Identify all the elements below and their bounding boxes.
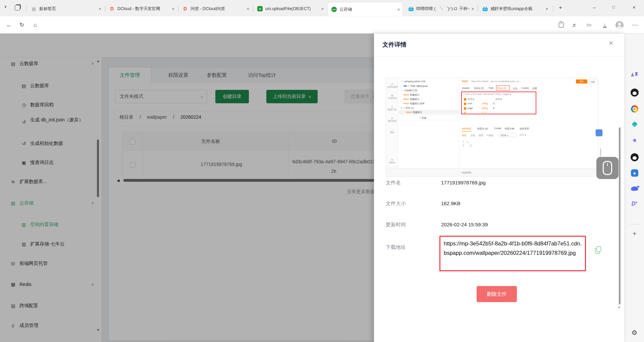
refresh-icon[interactable]: ↻ — [17, 16, 27, 34]
preview-resp-tab: 实际请求﹢ — [520, 127, 531, 130]
d-star-icon[interactable]: D✚ — [631, 201, 637, 207]
preview-tool: 可视化 — [487, 134, 494, 137]
extensions-puzzle-icon[interactable] — [556, 16, 566, 34]
field-label-time: 更新时间 — [386, 222, 406, 228]
bilibili-icon — [482, 6, 488, 11]
preview-rail-label: ⊟回收站 — [387, 159, 397, 164]
media-hub-icon[interactable]: ♬ — [570, 16, 580, 34]
back-icon[interactable]: ← — [4, 16, 14, 34]
tab-title: 咸虾米壁纸uniapp全栈 — [490, 6, 543, 12]
preview-req-tab: Cookie — [522, 87, 529, 89]
close-icon[interactable]: × — [397, 7, 400, 12]
github-icon[interactable] — [631, 153, 639, 161]
browser-tabbar: ∨ ▤ 新标签页 × D DCloud - 数字天堂官网 × D 问答 - DC… — [0, 0, 644, 16]
preview-resp-tab: 响应头 (9) — [477, 127, 488, 130]
tab-stack-icon[interactable] — [15, 5, 20, 10]
gear-icon[interactable]: ⚙ — [632, 329, 638, 337]
mouse-indicator-overlay — [596, 157, 619, 179]
close-icon[interactable]: × — [321, 6, 324, 11]
field-label-url: 下载地址 — [386, 244, 406, 250]
colorful-ring-icon[interactable] — [631, 105, 638, 113]
close-icon[interactable]: × — [99, 6, 101, 11]
close-icon[interactable]: × — [471, 6, 474, 11]
browser-tab-ask[interactable]: D 问答 - DCloud问答 × — [179, 2, 252, 15]
preview-rail-label: ⚏数据字典 — [387, 106, 397, 111]
close-icon[interactable]: × — [545, 6, 548, 11]
tab-title: 新标签页 — [39, 6, 97, 12]
collections-icon[interactable]: ☆≡ — [584, 16, 594, 34]
preview-req-tab: 设置 — [532, 87, 537, 90]
preview-param-row: ✓string — [464, 111, 487, 114]
preview-tree-row: POST新建接口 — [404, 93, 419, 97]
preview-param-header: ✓参数名参数值 — [464, 98, 502, 101]
preview-param-row: ✓numstring5 — [464, 102, 495, 105]
browser-tab-uploadfile[interactable]: u uni.uploadFile(OBJECT) × — [254, 2, 326, 15]
new-tab-button[interactable]: + — [559, 4, 562, 11]
whale-icon[interactable] — [631, 184, 638, 191]
preview-tool: 美化 — [462, 134, 467, 137]
close-icon[interactable]: × — [609, 39, 613, 48]
preview-tree-row: POST新建接口 副本 — [404, 102, 425, 105]
gem-icon[interactable] — [632, 122, 637, 126]
tab-title: 问答 - DCloud问答 — [191, 6, 245, 12]
field-label-name: 文件名 — [386, 180, 401, 186]
tab-search-chevron-icon[interactable]: ∨ — [4, 4, 7, 9]
downloads-icon[interactable]: ↓ — [600, 16, 610, 34]
delete-file-button[interactable]: 删除文件 — [477, 286, 517, 302]
window-close-button[interactable]: × — [633, 4, 636, 10]
window-maximize-button[interactable]: □ — [612, 5, 615, 9]
drawer-scrollbar[interactable] — [619, 127, 621, 304]
tab-title: uni.uploadFile(OBJECT) — [265, 6, 319, 11]
chess-icon[interactable]: ♟♜ — [630, 72, 639, 78]
preview-tree-row: POST新建接口 — [404, 98, 419, 101]
browser-tab-cloudstorage-active[interactable]: uni 云存储 × — [328, 2, 402, 16]
field-label-size: 文件大小 — [386, 201, 406, 207]
field-value-name: 1771919978769.jpg — [441, 180, 486, 185]
tab-title: DCloud - 数字天堂官网 — [117, 6, 170, 12]
browser-menu-icon[interactable]: ⋯ — [630, 16, 640, 34]
github-icon[interactable] — [631, 89, 639, 97]
cube-icon[interactable]: ◆ — [631, 169, 638, 177]
preview-req-tab: 认证 — [513, 87, 518, 90]
preview-tree-row-selected: POST新建接口 — [406, 111, 422, 114]
tab-title: 哔哩哔哩 ( ゜- ゜)つロ 干杯~ — [416, 6, 469, 12]
delete-file-label: 删除文件 — [487, 291, 507, 297]
profile-avatar[interactable] — [614, 16, 625, 34]
preview-send-button: 发送 — [576, 79, 587, 83]
preview-req-tab: Path — [489, 87, 493, 89]
preview-req-tab: Query (2) — [474, 87, 484, 89]
plus-icon[interactable]: + — [633, 230, 637, 238]
close-icon[interactable]: × — [247, 6, 249, 11]
browser-tab-bilibili[interactable]: 哔哩哔哩 ( ゜- ゜)つロ 干杯~ × — [405, 2, 477, 15]
translate-bubble-icon[interactable] — [596, 129, 602, 136]
browser-tab-wallpaper[interactable]: 咸虾米壁纸uniapp全栈 × — [479, 2, 551, 15]
preview-tool: 预览 — [479, 134, 483, 137]
preview-code-line: 2 {} — [463, 144, 472, 147]
dcloud-icon: D — [109, 6, 115, 11]
preview-json-select: JSON ∨ — [499, 133, 516, 137]
download-url-box: https://mp-3e542b5f-8a2b-4f1b-b0f6-8d84f… — [439, 236, 586, 271]
field-value-size: 162.9KB — [441, 201, 461, 206]
home-icon[interactable]: ⌂ — [30, 16, 40, 34]
preview-body-modes: none ● form-data urlencoded binary msgpa… — [465, 93, 511, 95]
copy-icon[interactable] — [595, 248, 600, 253]
browser-toolbar: ← ↻ ⌂ https://unicloud.dcloud.net.cn/pag… — [0, 16, 644, 34]
cursor-caret — [600, 149, 601, 156]
close-icon[interactable]: × — [172, 6, 174, 11]
purple-star-icon[interactable]: ★ — [632, 137, 637, 144]
browser-tab-newtab[interactable]: ▤ 新标签页 × — [28, 2, 104, 15]
scroll-down-icon[interactable]: ▼ — [618, 306, 621, 309]
preview-tool: UTF-8 — [520, 134, 526, 136]
preview-tree-row: ▾ ▭ 目录 (1) — [401, 106, 414, 110]
preview-save-button: 保存 — [589, 79, 597, 83]
bilibili-icon — [408, 6, 414, 11]
browser-tab-dcloud[interactable]: D DCloud - 数字天堂官网 × — [106, 2, 177, 15]
drawer-title: 文件详情 — [382, 41, 407, 49]
preview-rail-label: ⚙项目设置 — [387, 117, 397, 123]
preview-url: https://env-00jxhk....dev-hz.cloudbasefu… — [471, 80, 565, 82]
preview-resp-tab: 响应示例 — [505, 127, 514, 130]
preview-param-row: ✓pagestring8 — [464, 107, 494, 110]
preview-method: POST — [462, 80, 468, 82]
window-minimize-button[interactable]: – — [593, 5, 596, 10]
modal-overlay[interactable] — [0, 34, 374, 342]
